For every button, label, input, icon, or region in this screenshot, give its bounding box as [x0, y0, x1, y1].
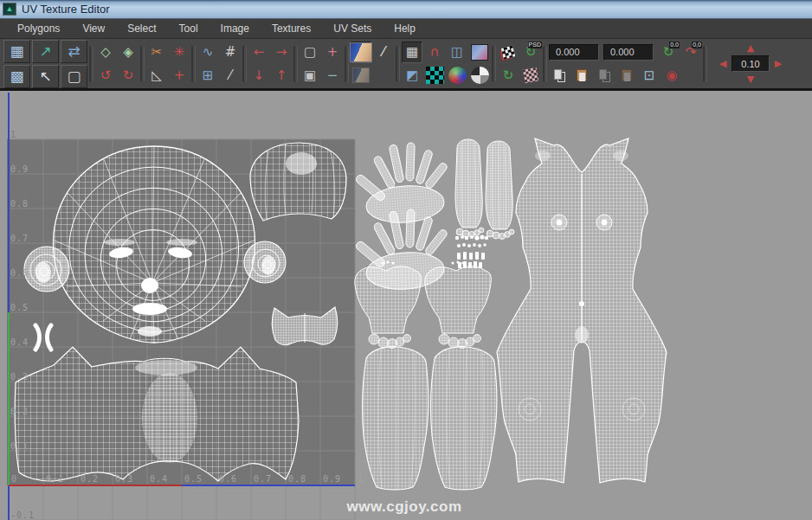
uv-shell-face[interactable] [53, 146, 255, 343]
grid-size-field[interactable]: 0.10 [731, 55, 770, 72]
grow-uv-selection-button[interactable]: ◈ [118, 42, 139, 63]
grid-size-next-button[interactable]: ▶ [775, 59, 782, 68]
v-axis-tick: 0.8 [10, 199, 29, 209]
menu-view[interactable]: View [72, 20, 115, 38]
marquee-select-tool-button[interactable]: ▢ [61, 65, 87, 88]
menu-polygons[interactable]: Polygons [7, 20, 70, 38]
toolbar-separator [293, 46, 298, 82]
paste-uvs-disabled-button[interactable] [616, 65, 637, 87]
texture-gradient-toggle[interactable] [469, 42, 490, 63]
v-axis-tick: 0.1 [10, 441, 29, 451]
front-back-faces-toggle-button[interactable]: ◩ [402, 65, 422, 87]
paste-uvs-button[interactable] [571, 65, 592, 87]
isolate-view-button[interactable]: ▣ [300, 65, 320, 87]
menu-tool[interactable]: Tool [169, 20, 209, 38]
alpha-channel-toggle [471, 67, 489, 84]
image-ratio-toggle[interactable] [351, 65, 371, 87]
toolbar-group-cut-sew: ✂✳◺+ [146, 42, 190, 87]
checker-map-toggle [426, 67, 444, 84]
flip-uv-value-icon-badge: 0,0 [692, 42, 702, 48]
layout-uvs-button[interactable]: ⊞ [197, 65, 218, 87]
copy-uvs-button[interactable] [549, 65, 570, 87]
uv-shell-scalp[interactable] [250, 143, 346, 221]
cut-uv-edges-button[interactable]: ✂ [146, 42, 167, 63]
align-uv-max-u-button[interactable]: → [271, 42, 292, 63]
toolbar-separator [492, 46, 496, 82]
grid-size-down-button[interactable]: ▼ [747, 74, 754, 84]
sew-uv-edges-button[interactable]: ✳ [169, 42, 190, 63]
distribute-uvs-icon: ⁄ [229, 69, 232, 82]
menu-help[interactable]: Help [383, 20, 426, 38]
uv-viewport[interactable] [0, 91, 812, 520]
toolbar-separator [89, 46, 93, 82]
copy-uvs-disabled-button[interactable] [594, 65, 615, 87]
pixel-snap-toggle-button[interactable]: ∩ [424, 42, 445, 63]
tweak-uv-tool-button[interactable]: ▩ [3, 65, 30, 88]
menu-image[interactable]: Image [210, 20, 260, 38]
pin-uvs-button[interactable]: + [169, 65, 190, 87]
shrink-uv-selection-button[interactable]: ◇ [95, 42, 116, 63]
u-coordinate-field[interactable]: 0.000 [549, 44, 599, 61]
align-uv-min-u-button[interactable]: ← [248, 42, 269, 63]
update-psd-networks-button[interactable]: ↻PSD [520, 42, 541, 63]
move-uv-shell-tool-button[interactable]: ↗ [32, 40, 59, 63]
move-uv-tool-button[interactable]: ↖ [32, 65, 59, 88]
snap-uv-grid-button[interactable]: ⊡ [639, 65, 660, 87]
uv-shell-leg-1[interactable] [363, 347, 429, 490]
isolate-select-toggle-button[interactable]: ▢ [300, 42, 320, 63]
unfold-uvs-button[interactable]: ∿ [197, 42, 218, 63]
toolbar: ▦↗⇄▩↖▢◇◈↺↻✂✳◺+∿#⊞⁄←→↓↑▢+▣−⁄▦∩◫◩↻PSD↻0.00… [0, 39, 812, 90]
cycle-uvs-button[interactable]: ◉ [661, 65, 682, 87]
checker-map-toggle[interactable] [424, 65, 445, 87]
uv-shell-foot-2[interactable] [486, 141, 514, 240]
uv-shell-leg-2[interactable] [431, 347, 497, 490]
v-coordinate-field[interactable]: 0.000 [603, 44, 654, 61]
flip-uv-value-button[interactable]: ↷0,0 [680, 42, 701, 63]
align-uv-max-v-button[interactable]: ↑ [271, 65, 292, 87]
rotate-uvs-ccw-button[interactable]: ↺ [95, 65, 116, 87]
v-axis-tick: 0.3 [10, 372, 29, 382]
u-axis-tick: 0.7 [254, 474, 272, 484]
u-axis-tick: 0.2 [81, 474, 99, 484]
toolbar-separator [191, 46, 196, 82]
menu-textures[interactable]: Textures [261, 20, 321, 38]
uv-shell-foot-1[interactable] [455, 139, 484, 238]
flip-uv-shell-tool-button[interactable]: ⇄ [61, 40, 87, 63]
isolate-add-button[interactable]: + [322, 42, 343, 63]
pin-uvs-icon: + [174, 69, 185, 82]
alpha-channel-toggle[interactable] [469, 65, 490, 87]
uv-shell-ear-right[interactable] [244, 241, 286, 283]
refresh-uv-values-button[interactable]: ↻0.0 [658, 42, 679, 63]
u-axis-tick: 0.5 [184, 474, 203, 484]
uv-shell-torso-band[interactable] [15, 347, 299, 481]
isolate-add-icon: + [327, 46, 338, 59]
rebake-editor-texture-button[interactable]: ↻ [498, 65, 519, 87]
grid-size-prev-button[interactable]: ◀ [719, 59, 726, 68]
shaded-uvs-toggle-button[interactable]: ◫ [447, 42, 467, 63]
image-filter-toggle-button[interactable]: ⁄ [373, 42, 394, 63]
display-image-toggle[interactable] [351, 42, 371, 63]
uv-canvas-area[interactable]: 10.90.80.70.60.50.40.30.20.1-0.100.10.20… [0, 90, 812, 520]
grid-toggle[interactable]: ▦ [402, 42, 422, 63]
dirty-texture-button[interactable] [498, 42, 519, 63]
menu-uv-sets[interactable]: UV Sets [323, 20, 382, 38]
menu-bar: PolygonsViewSelectToolImageTexturesUV Se… [0, 19, 812, 39]
pink-checker-button[interactable] [520, 65, 541, 87]
rgb-channels-toggle[interactable] [447, 65, 467, 87]
rgb-channels-toggle [448, 67, 467, 84]
align-uv-min-v-button[interactable]: ↓ [248, 65, 269, 87]
grid-size-up-button[interactable]: ▲ [747, 43, 754, 53]
v-axis-tick: -0.1 [10, 510, 35, 520]
uv-texture-editor-window: ▲ UV Texture Editor PolygonsViewSelectTo… [0, 0, 812, 520]
align-uvs-button[interactable]: # [220, 42, 241, 63]
cycle-uvs-icon: ◉ [666, 69, 677, 82]
split-uvs-button[interactable]: ◺ [146, 65, 167, 87]
shrink-uv-selection-icon: ◇ [100, 46, 111, 59]
uv-lattice-tool-button[interactable]: ▦ [3, 40, 30, 63]
menu-select[interactable]: Select [117, 20, 166, 38]
uv-shell-ear-left[interactable] [24, 247, 69, 292]
distribute-uvs-button[interactable]: ⁄ [220, 65, 241, 87]
rotate-uvs-cw-button[interactable]: ↻ [118, 65, 139, 87]
rotate-uvs-cw-icon: ↻ [123, 69, 134, 82]
isolate-remove-button[interactable]: − [322, 65, 343, 87]
